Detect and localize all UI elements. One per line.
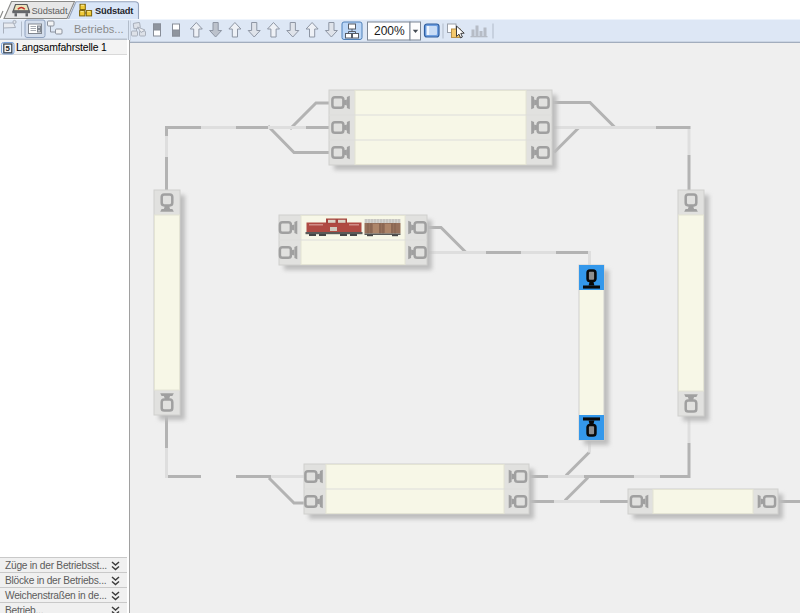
svg-text:Betriebs...: Betriebs... <box>74 23 124 35</box>
svg-text:Südstadt: Südstadt <box>95 6 133 16</box>
svg-text:200%: 200% <box>374 24 405 38</box>
svg-text:5: 5 <box>6 44 11 53</box>
svg-text:Südstadt: Südstadt <box>32 6 68 16</box>
